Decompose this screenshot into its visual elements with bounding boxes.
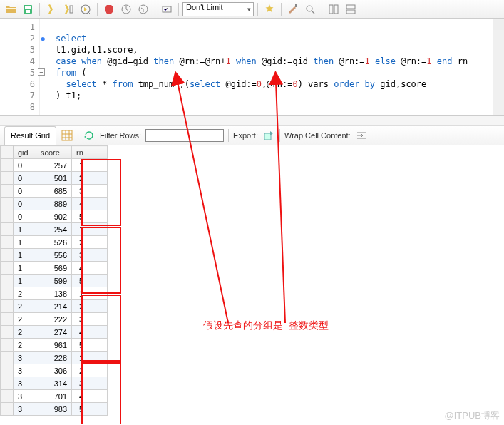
table-row[interactable]: 15694 (1, 262, 108, 275)
cell-gid[interactable]: 2 (14, 287, 36, 300)
export-icon[interactable] (262, 129, 275, 142)
execute-current-button[interactable] (61, 1, 76, 17)
cell-gid[interactable]: 3 (14, 352, 36, 364)
toggle-panel-button[interactable] (326, 1, 341, 17)
cell-gid[interactable]: 2 (14, 326, 36, 339)
cell-rn[interactable]: 2 (72, 172, 108, 185)
cell-gid[interactable]: 3 (14, 403, 36, 416)
cell-rn[interactable]: 5 (72, 275, 108, 287)
sql-code[interactable]: selectt1.gid,t1.score,case when @gid=gid… (40, 19, 504, 115)
cell-score[interactable]: 314 (36, 377, 72, 390)
table-row[interactable]: 08894 (1, 198, 108, 210)
cell-gid[interactable]: 3 (14, 377, 36, 390)
cell-gid[interactable]: 0 (14, 198, 36, 210)
cell-rn[interactable]: 1 (72, 352, 108, 364)
cell-rn[interactable]: 5 (72, 339, 108, 352)
cell-gid[interactable]: 3 (14, 390, 36, 403)
stop-button[interactable] (101, 1, 117, 17)
cell-score[interactable]: 228 (36, 352, 72, 364)
table-row[interactable]: 05012 (1, 172, 108, 185)
cell-score[interactable]: 902 (36, 210, 72, 223)
cell-rn[interactable]: 4 (72, 326, 108, 339)
cell-gid[interactable]: 2 (14, 313, 36, 326)
cell-score[interactable]: 254 (36, 223, 72, 236)
cell-score[interactable]: 501 (36, 172, 72, 185)
cell-rn[interactable]: 3 (72, 377, 108, 390)
table-row[interactable]: 33062 (1, 364, 108, 377)
cell-gid[interactable]: 0 (14, 210, 36, 223)
cell-gid[interactable]: 1 (14, 262, 36, 275)
cell-rn[interactable]: 3 (72, 185, 108, 198)
cell-rn[interactable]: 1 (72, 159, 108, 172)
cell-score[interactable]: 961 (36, 339, 72, 352)
row-limit-select[interactable]: Don't Limit (182, 2, 254, 16)
cell-gid[interactable]: 1 (14, 249, 36, 262)
col-header-gid[interactable]: gid (14, 146, 36, 159)
cell-gid[interactable]: 0 (14, 159, 36, 172)
row-limit-value[interactable]: Don't Limit (182, 2, 254, 16)
cell-rn[interactable]: 4 (72, 390, 108, 403)
cell-score[interactable]: 685 (36, 185, 72, 198)
table-row[interactable]: 32281 (1, 352, 108, 364)
table-row[interactable]: 02571 (1, 159, 108, 172)
cell-gid[interactable]: 1 (14, 275, 36, 287)
filter-rows-input[interactable] (145, 129, 224, 142)
cell-rn[interactable]: 4 (72, 198, 108, 210)
table-row[interactable]: 39835 (1, 403, 108, 416)
explain-button[interactable] (78, 1, 93, 17)
cell-gid[interactable]: 1 (14, 223, 36, 236)
cell-score[interactable]: 214 (36, 300, 72, 313)
table-row[interactable]: 15995 (1, 275, 108, 287)
table-row[interactable]: 15563 (1, 249, 108, 262)
cell-gid[interactable]: 0 (14, 185, 36, 198)
result-grid-tab[interactable]: Result Grid (4, 126, 56, 145)
refresh-icon[interactable] (83, 129, 96, 142)
cell-score[interactable]: 222 (36, 313, 72, 326)
beautify-button[interactable] (262, 1, 277, 17)
execute-button[interactable] (43, 1, 59, 17)
cell-score[interactable]: 306 (36, 364, 72, 377)
table-row[interactable]: 15262 (1, 236, 108, 249)
editor-scrollbar[interactable] (493, 19, 504, 115)
col-header-score[interactable]: score (36, 146, 72, 159)
cell-rn[interactable]: 3 (72, 313, 108, 326)
cell-score[interactable]: 138 (36, 287, 72, 300)
cell-gid[interactable]: 3 (14, 364, 36, 377)
table-row[interactable]: 21381 (1, 287, 108, 300)
autocommit-button[interactable] (159, 1, 175, 17)
col-header-rn[interactable]: rn (72, 146, 108, 159)
cell-score[interactable]: 556 (36, 249, 72, 262)
cell-score[interactable]: 257 (36, 159, 72, 172)
cell-score[interactable]: 983 (36, 403, 72, 416)
wrap-cell-icon[interactable] (355, 129, 368, 142)
commit-button[interactable] (118, 1, 134, 17)
grid-view-icon[interactable] (61, 129, 73, 142)
table-row[interactable]: 09025 (1, 210, 108, 223)
cell-score[interactable]: 701 (36, 390, 72, 403)
cell-rn[interactable]: 4 (72, 262, 108, 275)
sql-editor[interactable]: 1 2 3 4 5− 6 7 8 selectt1.gid,t1.score,c… (0, 19, 504, 116)
pane-splitter[interactable] (0, 116, 504, 126)
cell-score[interactable]: 526 (36, 236, 72, 249)
cell-score[interactable]: 599 (36, 275, 72, 287)
cell-gid[interactable]: 0 (14, 172, 36, 185)
open-file-button[interactable] (3, 1, 19, 17)
cell-rn[interactable]: 2 (72, 300, 108, 313)
find-button[interactable] (302, 1, 318, 17)
cell-gid[interactable]: 2 (14, 300, 36, 313)
cell-rn[interactable]: 1 (72, 223, 108, 236)
table-row[interactable]: 29615 (1, 339, 108, 352)
cell-score[interactable]: 569 (36, 262, 72, 275)
cell-rn[interactable]: 1 (72, 287, 108, 300)
table-row[interactable]: 33143 (1, 377, 108, 390)
table-row[interactable]: 06853 (1, 185, 108, 198)
paintbrush-button[interactable] (285, 1, 301, 17)
table-row[interactable]: 12541 (1, 223, 108, 236)
rollback-button[interactable] (135, 1, 151, 17)
table-row[interactable]: 22744 (1, 326, 108, 339)
cell-rn[interactable]: 3 (72, 249, 108, 262)
cell-rn[interactable]: 5 (72, 403, 108, 416)
table-row[interactable]: 37014 (1, 390, 108, 403)
toggle-output-button[interactable] (343, 1, 359, 17)
cell-gid[interactable]: 1 (14, 236, 36, 249)
